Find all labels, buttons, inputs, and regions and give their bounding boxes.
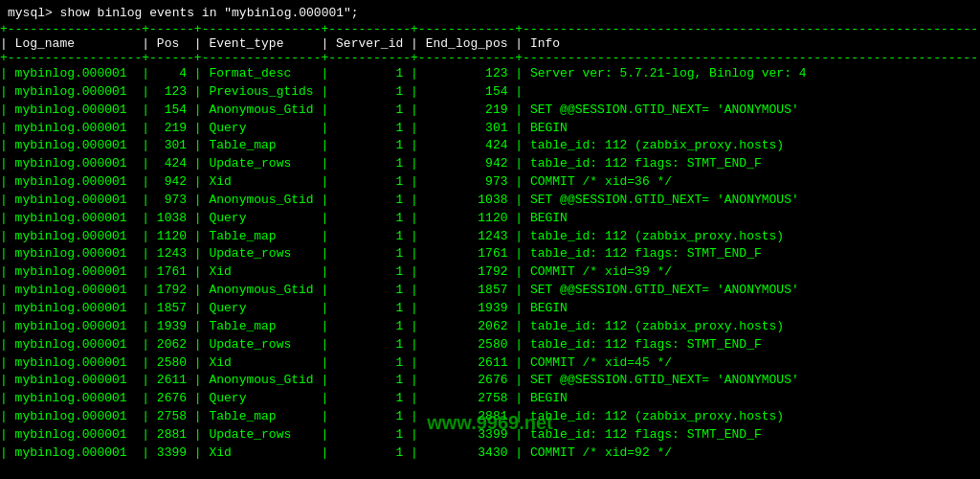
table-row: | mybinlog.000001 | 3399 | Xid | 1 | 343…: [0, 445, 980, 463]
table-row: | mybinlog.000001 | 1792 | Anonymous_Gti…: [0, 282, 980, 300]
table-row: | mybinlog.000001 | 2062 | Update_rows |…: [0, 336, 980, 354]
table-row: | mybinlog.000001 | 1243 | Update_rows |…: [0, 245, 980, 263]
table-row: | mybinlog.000001 | 2676 | Query | 1 | 2…: [0, 390, 980, 408]
table-row: | mybinlog.000001 | 973 | Anonymous_Gtid…: [0, 192, 980, 210]
table-row: | mybinlog.000001 | 4 | Format_desc | 1 …: [0, 65, 980, 83]
table-row: | mybinlog.000001 | 1857 | Query | 1 | 1…: [0, 300, 980, 318]
table-wrap: +------------------+------+-------------…: [0, 22, 980, 463]
table-row: | mybinlog.000001 | 2881 | Update_rows |…: [0, 426, 980, 445]
table-row: | mybinlog.000001 | 942 | Xid | 1 | 973 …: [0, 173, 980, 192]
separator-header: +------------------+------+-------------…: [0, 51, 980, 65]
terminal: mysql> show binlog events in "mybinlog.0…: [0, 0, 980, 467]
command-line: mysql> show binlog events in "mybinlog.0…: [0, 4, 980, 22]
table-row: | mybinlog.000001 | 301 | Table_map | 1 …: [0, 137, 980, 155]
table-row: | mybinlog.000001 | 1761 | Xid | 1 | 179…: [0, 263, 980, 282]
table-row: | mybinlog.000001 | 1038 | Query | 1 | 1…: [0, 210, 980, 228]
table-row: | mybinlog.000001 | 1120 | Table_map | 1…: [0, 228, 980, 246]
table-row: | mybinlog.000001 | 424 | Update_rows | …: [0, 155, 980, 173]
table-row: | mybinlog.000001 | 2758 | Table_map | 1…: [0, 408, 980, 426]
table-row: | mybinlog.000001 | 1939 | Table_map | 1…: [0, 318, 980, 336]
table-row: | mybinlog.000001 | 2580 | Xid | 1 | 261…: [0, 354, 980, 373]
table-row: | mybinlog.000001 | 123 | Previous_gtids…: [0, 83, 980, 102]
table-row: | mybinlog.000001 | 2611 | Anonymous_Gti…: [0, 372, 980, 390]
table-header: | Log_name | Pos | Event_type | Server_i…: [0, 36, 980, 51]
separator-top: +------------------+------+-------------…: [0, 22, 980, 36]
table-row: | mybinlog.000001 | 219 | Query | 1 | 30…: [0, 120, 980, 138]
table-body: | mybinlog.000001 | 4 | Format_desc | 1 …: [0, 65, 980, 463]
table-row: | mybinlog.000001 | 154 | Anonymous_Gtid…: [0, 102, 980, 120]
